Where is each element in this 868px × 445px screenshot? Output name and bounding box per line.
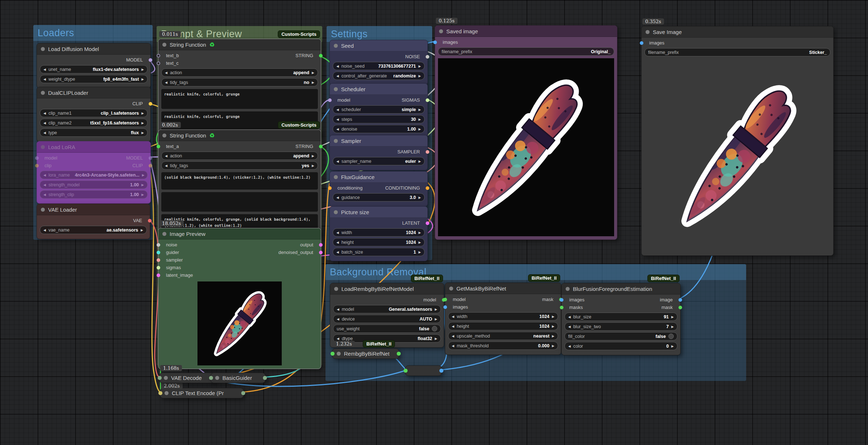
slot-dot[interactable] [426,221,429,225]
combo-right-arrow-icon[interactable]: ▶ [671,344,674,348]
model-widget[interactable]: ◀modelGeneral.safetensors▶ [333,305,441,313]
node-seed[interactable]: SeedNOISE◀noise_seed733761306677271▶◀con… [329,40,428,85]
combo-left-arrow-icon[interactable]: ◀ [43,77,46,81]
use_weight-widget[interactable]: use_weightfalse [333,325,441,333]
node-header[interactable]: VAE Loader [37,204,150,215]
toggle-knob[interactable] [668,334,674,339]
slot-dot[interactable] [443,298,447,301]
collapse-dot[interactable] [215,376,219,380]
combo-right-arrow-icon[interactable]: ▶ [671,315,674,319]
mask_threshold-widget[interactable]: ◀mask_threshold0.000▶ [448,342,558,350]
collapse-dot[interactable] [334,139,338,143]
slot-dot[interactable] [319,54,323,58]
toggle-knob[interactable] [432,326,437,331]
slot-dot[interactable] [157,54,160,58]
combo-right-arrow-icon[interactable]: ▶ [141,111,144,115]
combo-right-arrow-icon[interactable]: ▶ [435,337,437,340]
combo-right-arrow-icon[interactable]: ▶ [552,334,554,338]
combo-left-arrow-icon[interactable]: ◀ [452,334,454,338]
slot-dot[interactable] [560,298,563,302]
combo-right-arrow-icon[interactable]: ▶ [141,131,144,135]
node-basic_guider[interactable]: BasicGuider [210,373,265,383]
slot-dot[interactable] [149,102,152,106]
output-slot-mask[interactable]: mask [661,305,675,310]
combo-left-arrow-icon[interactable]: ◀ [336,118,339,121]
slot-dot[interactable] [157,258,160,262]
collapse-dot[interactable] [439,29,443,33]
batch_size-widget[interactable]: ◀batch_size1▶ [333,248,425,256]
group-titlebar[interactable]: Loaders [33,25,153,41]
input-slot-latent_image[interactable]: latent_image [164,272,193,278]
node-header[interactable]: DualCLIPLoader [37,87,150,98]
node-scheduler[interactable]: SchedulermodelSIGMAS◀schedulersimple▶◀st… [329,83,428,138]
node-rembg[interactable]: 1.232sBiRefNet_llRembgByBiRefNet [332,348,399,359]
collapse-dot[interactable] [41,145,45,149]
node-blur_fusion[interactable]: BiRefNet_llBlurFusionForegroundEstimatio… [561,283,681,355]
collapse-dot[interactable] [334,210,338,214]
combo-left-arrow-icon[interactable]: ◀ [568,344,571,348]
node-header[interactable]: LoadRembgByBiRefNetModel [330,283,444,294]
output-slot-MODEL[interactable]: MODEL [126,57,145,63]
output-slot-STRING[interactable]: STRING [295,144,315,149]
output-slot-dot[interactable] [263,376,267,380]
collapse-dot[interactable] [41,208,45,212]
input-slot-sampler[interactable]: sampler [164,257,183,263]
node-header[interactable]: Load Diffusion Model [37,43,150,55]
combo-right-arrow-icon[interactable]: ▶ [312,164,314,168]
combo-left-arrow-icon[interactable]: ◀ [336,196,339,199]
node-picture_size[interactable]: Picture sizeLATENT◀width1024▶◀height1024… [329,206,428,261]
collapse-dot[interactable] [165,391,169,395]
input-slot-text_a[interactable]: text_a [164,144,179,149]
combo-right-arrow-icon[interactable]: ▶ [418,118,421,121]
slot-dot[interactable] [319,251,323,254]
input-slot-conditioning[interactable]: conditioning [335,185,362,191]
height-widget[interactable]: ◀height1024▶ [333,238,425,246]
height-widget[interactable]: ◀height1024▶ [448,322,558,330]
input-slot-model[interactable]: model [335,97,350,103]
combo-right-arrow-icon[interactable]: ▶ [418,241,421,244]
collapse-dot[interactable] [162,232,166,236]
node-saved_image[interactable]: 0.125sSaved imageimagesfilename_prefixOr… [435,25,617,240]
collapse-dot[interactable] [449,287,453,291]
output-slot-CLIP[interactable]: CLIP [132,101,145,106]
input-slot-sigmas[interactable]: sigmas [164,265,181,270]
sampler_name-widget[interactable]: ◀sampler_nameeuler▶ [333,157,425,165]
input-slot-dot[interactable] [331,352,335,356]
node-header[interactable]: Saved image [435,26,617,37]
slot-dot[interactable] [149,164,152,168]
node-save_image[interactable]: 0.352sSave Imageimagesfilename_prefixSti… [641,26,834,256]
input-slot-images[interactable]: images [567,297,584,302]
combo-left-arrow-icon[interactable]: ◀ [337,308,339,311]
output-slot-CLIP[interactable]: CLIP [132,163,145,168]
slot-dot[interactable] [328,98,332,102]
collapse-dot[interactable] [566,287,570,291]
lora_name-widget[interactable]: ◀lora_name4rc4n3-Arcane-Style.safeten...… [40,171,148,179]
input-slot-dot[interactable] [158,376,162,380]
node-header[interactable]: Image Preview [158,228,321,240]
combo-right-arrow-icon[interactable]: ▶ [142,173,145,177]
output-slot-dot[interactable] [241,391,245,395]
width-widget[interactable]: ◀width1024▶ [333,228,425,237]
device-widget[interactable]: ◀deviceAUTO▶ [333,315,441,323]
node-header[interactable]: Save Image [642,26,833,38]
combo-right-arrow-icon[interactable]: ▶ [141,77,144,81]
node-header[interactable]: GetMaskByBiRefNet [445,283,561,294]
slot-dot[interactable] [157,62,160,65]
combo-left-arrow-icon[interactable]: ◀ [336,160,339,163]
clip_name2-widget[interactable]: ◀clip_name2t5xxl_fp16.safetensors▶ [40,119,148,127]
collapse-dot[interactable] [337,352,341,356]
collapse-dot[interactable] [41,47,45,51]
combo-left-arrow-icon[interactable]: ◀ [452,325,454,328]
tidy_tags-widget[interactable]: ◀tidy_tagsyes▶ [161,161,318,170]
combo-left-arrow-icon[interactable]: ◀ [165,164,167,168]
combo-left-arrow-icon[interactable]: ◀ [336,108,339,111]
input-slot-text_b[interactable]: text_b [164,53,179,58]
combo-right-arrow-icon[interactable]: ▶ [418,74,421,78]
output-slot-denoised_output[interactable]: denoised_output [278,250,315,255]
combo-left-arrow-icon[interactable]: ◀ [568,325,571,329]
combo-right-arrow-icon[interactable]: ▶ [435,308,437,311]
strength_clip-widget[interactable]: ◀strength_clip1.00▶ [40,190,148,199]
strength_model-widget[interactable]: ◀strength_model1.00▶ [40,181,148,189]
node-load_lora[interactable]: Load LoRAmodelMODELclipCLIP◀lora_name4rc… [37,141,151,204]
node-vae_loader[interactable]: VAE LoaderVAE◀vae_nameae.safetensors▶ [37,204,150,239]
